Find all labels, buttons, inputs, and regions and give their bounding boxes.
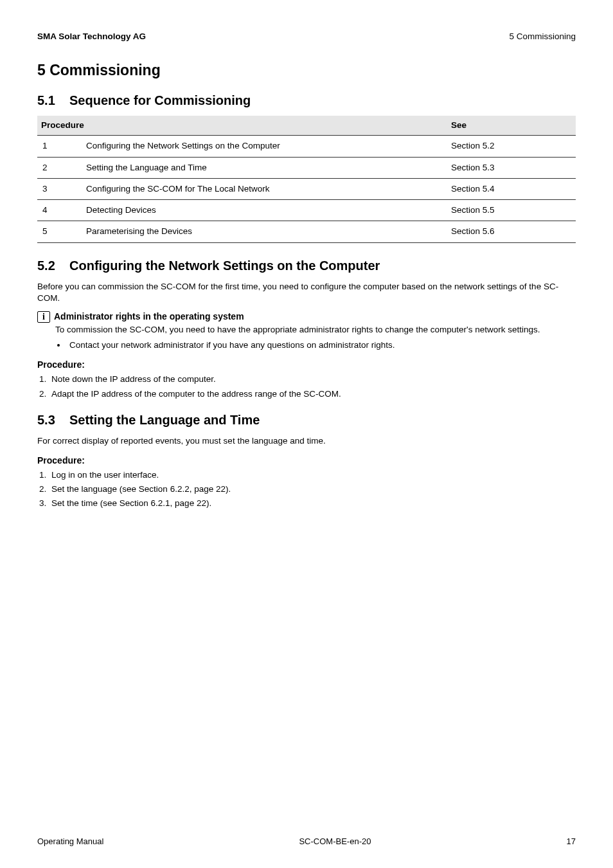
section-5-3-heading: 5.3Setting the Language and Time [37, 411, 576, 429]
step-item: Log in on the user interface. [49, 469, 576, 481]
row-see: Section 5.5 [447, 200, 576, 221]
col-see: See [447, 116, 576, 136]
footer-left: Operating Manual [37, 836, 103, 847]
section-5-1-heading: 5.1Sequence for Commissioning [37, 92, 576, 109]
procedure-steps: Log in on the user interface. Set the la… [49, 469, 576, 510]
col-procedure: Procedure [37, 116, 447, 136]
header-chapter: 5 Commissioning [509, 31, 576, 42]
row-see: Section 5.2 [447, 136, 576, 157]
row-desc: Setting the Language and Time [82, 157, 447, 178]
info-bullet: Contact your network administrator if yo… [67, 339, 576, 351]
row-number: 3 [37, 178, 82, 199]
table-row: 3 Configuring the SC-COM for The Local N… [37, 178, 576, 199]
table-row: 5 Parameterising the Devices Section 5.6 [37, 221, 576, 242]
row-see: Section 5.6 [447, 221, 576, 242]
row-desc: Configuring the Network Settings on the … [82, 136, 447, 157]
footer-center: SC-COM-BE-en-20 [299, 836, 371, 847]
table-row: 1 Configuring the Network Settings on th… [37, 136, 576, 157]
row-see: Section 5.3 [447, 157, 576, 178]
section-number: 5.1 [37, 92, 69, 109]
intro-paragraph: Before you can commission the SC-COM for… [37, 281, 576, 304]
procedure-label: Procedure: [37, 455, 576, 467]
procedure-steps: Note down the IP address of the computer… [49, 374, 576, 399]
chapter-title: 5 Commissioning [37, 60, 576, 80]
section-5-2-heading: 5.2Configuring the Network Settings on t… [37, 257, 576, 275]
header-company: SMA Solar Technology AG [37, 31, 146, 42]
row-number: 2 [37, 157, 82, 178]
row-number: 1 [37, 136, 82, 157]
row-desc: Parameterising the Devices [82, 221, 447, 242]
step-item: Set the time (see Section 6.2.1, page 22… [49, 498, 576, 509]
row-see: Section 5.4 [447, 178, 576, 199]
footer-page-number: 17 [567, 836, 576, 847]
row-desc: Detecting Devices [82, 200, 447, 221]
row-number: 5 [37, 221, 82, 242]
step-item: Note down the IP address of the computer… [49, 374, 576, 385]
table-row: 2 Setting the Language and Time Section … [37, 157, 576, 178]
procedure-table: Procedure See 1 Configuring the Network … [37, 116, 576, 242]
row-number: 4 [37, 200, 82, 221]
info-title: Administrator rights in the operating sy… [54, 311, 244, 323]
row-desc: Configuring the SC-COM for The Local Net… [82, 178, 447, 199]
section-number: 5.3 [37, 411, 69, 429]
section-title: Configuring the Network Settings on the … [69, 258, 380, 273]
section-number: 5.2 [37, 257, 69, 275]
info-icon: i [37, 311, 50, 323]
info-note: i Administrator rights in the operating … [37, 311, 576, 351]
intro-paragraph: For correct display of reported events, … [37, 435, 576, 447]
section-title: Setting the Language and Time [69, 413, 260, 427]
running-header: SMA Solar Technology AG 5 Commissioning [37, 31, 576, 42]
procedure-label: Procedure: [37, 359, 576, 371]
running-footer: Operating Manual SC-COM-BE-en-20 17 [37, 836, 576, 847]
info-body-text: To commission the SC-COM, you need to ha… [55, 324, 576, 336]
table-row: 4 Detecting Devices Section 5.5 [37, 200, 576, 221]
step-item: Set the language (see Section 6.2.2, pag… [49, 484, 576, 495]
step-item: Adapt the IP address of the computer to … [49, 388, 576, 400]
section-title: Sequence for Commissioning [69, 93, 251, 107]
